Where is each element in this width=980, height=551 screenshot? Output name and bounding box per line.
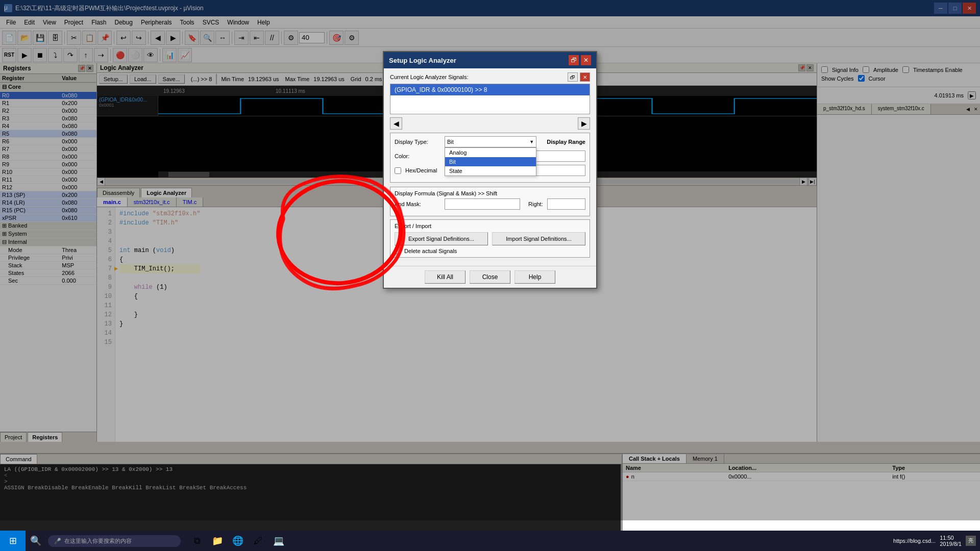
modal-titlebar: Setup Logic Analyzer 🗗 ✕	[384, 52, 596, 68]
display-range-label: Display Range	[547, 139, 585, 145]
taskbar-time: 11:50	[940, 535, 962, 541]
signal-list[interactable]: (GPIOA_IDR & 0x00000100) >> 8	[390, 84, 590, 114]
taskbar-right: https://blog.csd... 11:50 2019/8/1 亮	[893, 535, 980, 547]
delete-signals-checkbox[interactable]	[395, 247, 401, 254]
signal-prev-btn[interactable]: ◀	[390, 117, 402, 130]
close-dialog-btn[interactable]: Close	[470, 270, 510, 284]
modal-titlebar-btns: 🗗 ✕	[569, 55, 591, 65]
right-input[interactable]: 8	[547, 198, 585, 210]
formula-title: Display Formula (Signal & Mask) >> Shift	[395, 190, 585, 196]
taskbar-explorer[interactable]: 📁	[209, 533, 226, 549]
dropdown-option-analog[interactable]: Analog	[445, 148, 536, 157]
dropdown-value[interactable]: Bit ▼	[445, 136, 536, 147]
taskbar-search[interactable]: 🎤 在这里输入你要搜索的内容	[48, 535, 181, 547]
taskbar-notification[interactable]: 亮	[966, 536, 976, 546]
taskbar-chrome[interactable]: 🌐	[230, 533, 246, 549]
hex-decimal-label: Hex/Decimal	[405, 167, 437, 173]
export-import-section: Export / Import Export Signal Definition…	[390, 219, 590, 258]
search-icon: 🎤	[54, 538, 61, 544]
signal-item[interactable]: (GPIOA_IDR & 0x00000100) >> 8	[390, 84, 590, 95]
dropdown-list: Analog Bit State	[445, 147, 536, 176]
color-label: Color:	[395, 153, 440, 159]
help-btn[interactable]: Help	[514, 270, 555, 284]
delete-row: Delete actual Signals	[395, 247, 585, 254]
formula-row: And Mask: 0x00000100 Right: 8	[395, 198, 585, 210]
delete-signals-label: Delete actual Signals	[404, 248, 457, 254]
modal-footer: Kill All Close Help	[384, 266, 596, 288]
import-signal-btn[interactable]: Import Signal Definitions...	[492, 232, 585, 245]
taskbar-pinned-icons: ⧉ 📁 🌐 🖊 💻	[189, 533, 287, 549]
display-type-label: Display Type:	[395, 139, 440, 145]
dropdown-selected: Bit	[447, 139, 454, 145]
signal-display-section: Display Type: Bit ▼ Analog Bit State	[390, 133, 590, 183]
signal-new-btn[interactable]: 🗗	[568, 72, 578, 82]
and-mask-input[interactable]: 0x00000100	[445, 198, 520, 210]
dropdown-option-bit[interactable]: Bit	[445, 157, 536, 166]
taskbar-app2[interactable]: 💻	[271, 533, 287, 549]
and-mask-label: And Mask:	[395, 201, 440, 207]
signal-navigation: ◀ ▶	[390, 117, 590, 130]
modal-body: Current Logic Analyzer Signals: 🗗 ✕ (GPI…	[384, 68, 596, 266]
search-placeholder: 在这里输入你要搜索的内容	[64, 537, 132, 545]
signal-next-btn[interactable]: ▶	[578, 117, 590, 130]
taskbar-cortana[interactable]: 🔍	[28, 533, 44, 549]
modal-close-btn[interactable]: ✕	[581, 55, 591, 65]
taskbar-task-view[interactable]: ⧉	[189, 533, 205, 549]
start-button[interactable]: ⊞	[0, 531, 26, 551]
kill-all-btn[interactable]: Kill All	[425, 270, 465, 284]
export-import-row: Export Signal Definitions... Import Sign…	[395, 232, 585, 245]
dropdown-option-state[interactable]: State	[445, 166, 536, 176]
display-type-row: Display Type: Bit ▼ Analog Bit State	[395, 136, 585, 147]
modal-title: Setup Logic Analyzer	[389, 57, 456, 64]
dropdown-arrow-icon: ▼	[529, 139, 534, 144]
taskbar-date: 2019/8/1	[940, 541, 962, 547]
right-label: Right:	[528, 201, 543, 207]
modal-overlay: Setup Logic Analyzer 🗗 ✕ Current Logic A…	[0, 0, 980, 520]
modal-restore-btn[interactable]: 🗗	[569, 55, 579, 65]
current-signals-header: Current Logic Analyzer Signals: 🗗 ✕	[390, 72, 590, 82]
taskbar-website: https://blog.csd...	[893, 538, 936, 544]
taskbar: ⊞ 🔍 🎤 在这里输入你要搜索的内容 ⧉ 📁 🌐 🖊 💻 https://blo…	[0, 531, 980, 551]
display-type-dropdown[interactable]: Bit ▼ Analog Bit State	[445, 136, 536, 147]
taskbar-app1[interactable]: 🖊	[250, 533, 266, 549]
export-import-title: Export / Import	[395, 223, 585, 229]
formula-section: Display Formula (Signal & Mask) >> Shift…	[390, 187, 590, 216]
setup-logic-analyzer-dialog: Setup Logic Analyzer 🗗 ✕ Current Logic A…	[383, 51, 597, 289]
hex-decimal-checkbox[interactable]	[395, 167, 401, 174]
current-signals-label: Current Logic Analyzer Signals:	[390, 74, 468, 80]
taskbar-clock: 11:50 2019/8/1	[940, 535, 962, 547]
export-signal-btn[interactable]: Export Signal Definitions...	[395, 232, 488, 245]
signal-list-btns: 🗗 ✕	[568, 72, 590, 82]
signal-close-btn[interactable]: ✕	[580, 72, 590, 82]
